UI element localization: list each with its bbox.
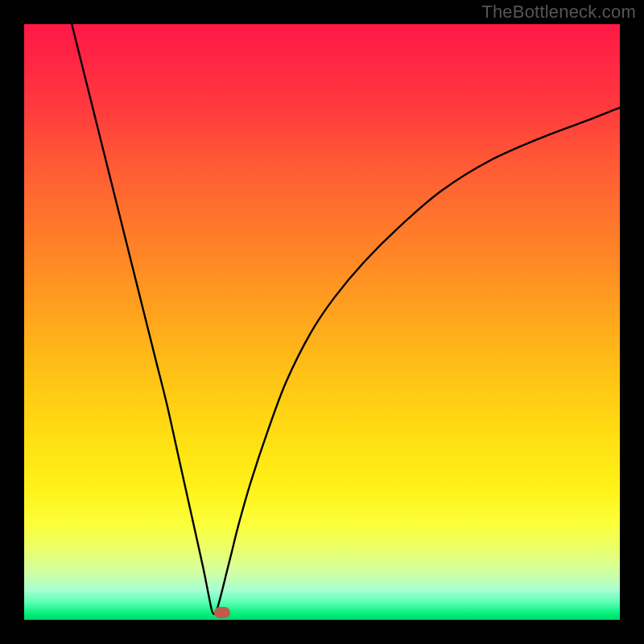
curve-svg [24, 24, 620, 620]
plot-area [24, 24, 620, 620]
chart-frame: TheBottleneck.com [0, 0, 644, 644]
watermark-text: TheBottleneck.com [481, 2, 636, 23]
bottleneck-curve [72, 24, 620, 614]
optimum-marker [214, 607, 230, 618]
